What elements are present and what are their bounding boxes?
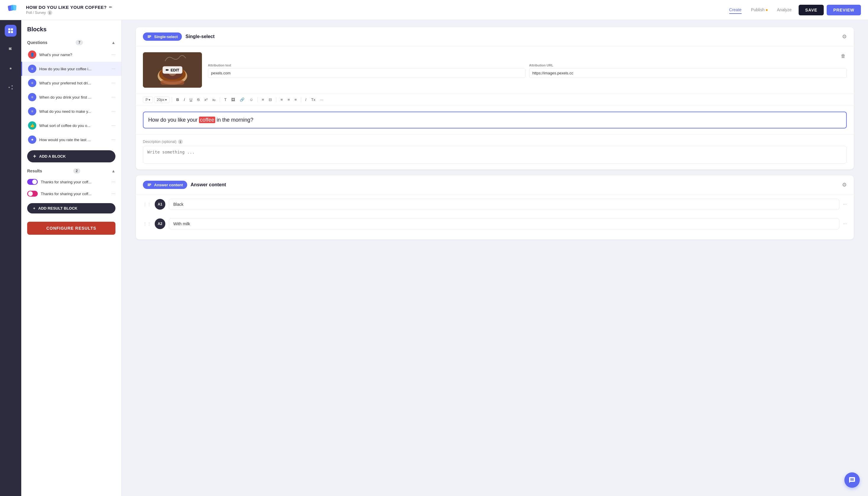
q3-more[interactable]: ··· xyxy=(112,80,115,86)
underline-button[interactable]: U xyxy=(188,96,194,103)
clear-format-button[interactable]: T xyxy=(222,96,228,103)
attribution-url-label: Attribution URL xyxy=(529,63,847,67)
results-chevron[interactable]: ▲ xyxy=(111,169,115,173)
bold-button[interactable]: B xyxy=(174,96,181,103)
question-text-box[interactable]: How do you like your coffee in the morni… xyxy=(143,112,847,128)
image-fields: 🗑 Attribution text Attribution URL xyxy=(208,52,847,78)
q2-icon: ≡ xyxy=(28,65,36,73)
sidebar-item-q3[interactable]: ≡ What's your preferred hot dri... ··· xyxy=(21,76,121,90)
q6-icon: 👍 xyxy=(28,121,36,129)
clear-tx-button[interactable]: Tx xyxy=(309,96,317,103)
r2-label: Thanks for sharing your coff... xyxy=(41,191,109,196)
sidebar-item-q7[interactable]: ★ How would you rate the last ... ··· xyxy=(21,133,121,147)
question-card: Single-select Single-select ⚙ xyxy=(136,27,854,169)
r1-label: Thanks for sharing your coff... xyxy=(41,180,109,184)
tab-analyze[interactable]: Analyze xyxy=(777,6,792,14)
q6-more[interactable]: ··· xyxy=(112,123,115,128)
q5-label: What do you need to make y... xyxy=(39,109,109,114)
sidebar-item-q2[interactable]: ≡ How do you like your coffee i... ··· xyxy=(21,62,121,76)
tab-create[interactable]: Create xyxy=(729,6,742,14)
svg-point-7 xyxy=(12,85,13,87)
attribution-text-group: Attribution text xyxy=(208,63,526,78)
image-section: ✏ EDIT 🗑 Attribution text xyxy=(136,46,854,94)
r2-more[interactable]: ··· xyxy=(112,191,115,196)
svg-point-9 xyxy=(12,88,13,90)
preview-button[interactable]: PREVIEW xyxy=(827,5,861,15)
q2-more[interactable]: ··· xyxy=(112,66,115,72)
sidebar-item-q6[interactable]: 👍 What sort of coffee do you o... ··· xyxy=(21,119,121,133)
svg-rect-4 xyxy=(8,31,10,33)
coffee-image: ✏ EDIT xyxy=(143,52,202,88)
align-right-button[interactable]: ≡ xyxy=(293,96,298,103)
description-info-icon: ℹ xyxy=(178,139,183,144)
question-settings-icon[interactable]: ⚙ xyxy=(842,33,847,40)
superscript-button[interactable]: x² xyxy=(203,96,209,103)
edit-title-icon[interactable]: ✏ xyxy=(109,5,112,10)
ordered-list-button[interactable]: ⊟ xyxy=(267,96,274,103)
attribution-url-input[interactable] xyxy=(529,68,847,78)
fontsize-dropdown[interactable]: 20px ▾ xyxy=(154,96,169,103)
blocks-icon-btn[interactable] xyxy=(5,25,17,36)
question-suffix: in the morning? xyxy=(215,117,253,123)
q7-more[interactable]: ··· xyxy=(112,137,115,142)
a2-more[interactable]: ··· xyxy=(843,221,847,227)
icon-sidebar xyxy=(0,20,21,496)
sidebar-item-q1[interactable]: 👤 What's your name? ··· xyxy=(21,48,121,62)
subscript-button[interactable]: x₂ xyxy=(211,96,218,103)
edit-image-overlay[interactable]: ✏ EDIT xyxy=(163,66,183,74)
q4-icon: ≡ xyxy=(28,93,36,101)
configure-results-button[interactable]: CONFIGURE RESULTS xyxy=(27,222,115,235)
a1-drag-handle[interactable]: ⋮⋮ xyxy=(143,202,151,207)
delete-image-button[interactable]: 🗑 xyxy=(840,52,847,60)
attribution-url-group: Attribution URL xyxy=(529,63,847,78)
share-icon-btn[interactable] xyxy=(5,81,17,93)
align-center-button[interactable]: ≡ xyxy=(286,96,292,103)
tab-publish[interactable]: Publish xyxy=(751,6,768,14)
attribution-text-input[interactable] xyxy=(208,68,526,78)
a1-input[interactable] xyxy=(169,199,839,210)
r2-toggle xyxy=(27,191,38,197)
r1-more[interactable]: ··· xyxy=(112,179,115,185)
save-button[interactable]: SAVE xyxy=(799,5,824,15)
sidebar-item-q5[interactable]: ≡ What do you need to make y... ··· xyxy=(21,104,121,119)
unordered-list-button[interactable]: ≡ xyxy=(260,96,266,103)
sidebar-item-r1[interactable]: Thanks for sharing your coff... ··· xyxy=(21,176,121,188)
paragraph-dropdown[interactable]: P ▾ xyxy=(143,96,153,103)
logo[interactable] xyxy=(7,3,20,17)
q6-label: What sort of coffee do you o... xyxy=(39,123,109,128)
sidebar-item-q4[interactable]: ≡ When do you drink your first ... ··· xyxy=(21,90,121,104)
image-row: ✏ EDIT 🗑 Attribution text xyxy=(143,52,847,88)
svg-rect-10 xyxy=(148,35,151,36)
a2-input[interactable] xyxy=(169,218,839,229)
sidebar-item-r2[interactable]: Thanks for sharing your coff... ··· xyxy=(21,188,121,200)
more-button[interactable]: ··· xyxy=(318,96,325,103)
align-left-button[interactable]: ≡ xyxy=(279,96,284,103)
italic-button[interactable]: I xyxy=(182,96,187,103)
content-area: Single-select Single-select ⚙ xyxy=(122,20,868,496)
indent-button[interactable]: / xyxy=(304,96,308,103)
questions-chevron[interactable]: ▲ xyxy=(111,40,115,45)
question-card-header: Single-select Single-select ⚙ xyxy=(136,27,854,46)
a2-badge: A2 xyxy=(155,218,165,229)
svg-point-6 xyxy=(10,67,12,69)
emoji-button[interactable]: ☺ xyxy=(247,96,255,103)
a2-drag-handle[interactable]: ⋮⋮ xyxy=(143,221,151,226)
image-button[interactable]: 🖼 xyxy=(229,96,237,103)
description-input[interactable] xyxy=(143,146,847,164)
settings-icon-btn[interactable] xyxy=(5,63,17,74)
q1-icon: 👤 xyxy=(28,50,36,59)
flag-icon-btn[interactable] xyxy=(5,44,17,56)
answer-settings-icon[interactable]: ⚙ xyxy=(842,182,847,188)
q1-more[interactable]: ··· xyxy=(112,52,115,57)
chat-button[interactable] xyxy=(844,472,860,488)
a1-more[interactable]: ··· xyxy=(843,202,847,207)
add-block-button[interactable]: + ADD A BLOCK xyxy=(27,150,115,162)
nav-title-area: HOW DO YOU LIKE YOUR COFFEE? ✏ Poll / Su… xyxy=(26,5,112,15)
add-result-button[interactable]: + ADD RESULT BLOCK xyxy=(27,203,115,214)
q4-more[interactable]: ··· xyxy=(112,94,115,100)
q5-more[interactable]: ··· xyxy=(112,109,115,114)
link-button[interactable]: 🔗 xyxy=(238,96,246,103)
survey-subtitle: Poll / Survey ℹ xyxy=(26,10,112,15)
strikethrough-button[interactable]: S xyxy=(195,96,201,103)
answer-type-badge: Answer content xyxy=(143,181,187,189)
